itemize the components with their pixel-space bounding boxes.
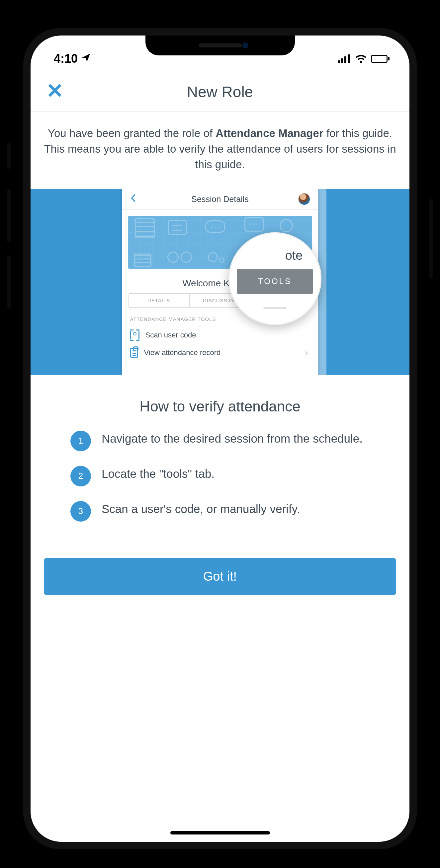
howto-section: How to verify attendance 1 Navigate to t… (31, 375, 409, 522)
magnified-tools-tab: TOOLS (237, 269, 313, 294)
step-text: Navigate to the desired session from the… (101, 431, 363, 446)
step-1: 1 Navigate to the desired session from t… (70, 431, 370, 451)
battery-icon (371, 55, 389, 63)
volume-up-button (7, 189, 11, 242)
howto-title: How to verify attendance (70, 398, 370, 415)
scan-user-code-label: Scan user code (145, 331, 196, 339)
back-chevron-icon (130, 194, 136, 205)
tab-details: DETAILS (128, 293, 189, 307)
role-name: Attendance Manager (215, 127, 323, 140)
drag-handle-icon (263, 307, 287, 309)
chevron-right-icon: › (305, 347, 308, 358)
avatar (298, 193, 310, 205)
magnified-title-fragment: ote (285, 249, 313, 263)
view-attendance-label: View attendance record (144, 348, 221, 357)
mini-phone-mock: Session Details Welcome Keynote DETAILS … (122, 189, 318, 375)
step-number-badge: 2 (70, 466, 91, 487)
volume-down-button (7, 255, 11, 309)
page-title: New Role (187, 83, 253, 101)
step-number-badge: 3 (70, 501, 91, 522)
step-text: Scan a user's code, or manually verify. (101, 501, 300, 517)
intro-prefix: You have been granted the role of (48, 127, 215, 140)
got-it-button[interactable]: Got it! (44, 558, 396, 595)
device-frame: 4:10 (10, 10, 430, 867)
svg-rect-2 (344, 56, 346, 63)
cellular-signal-icon (338, 54, 351, 63)
screen: 4:10 (31, 35, 409, 842)
svg-rect-1 (341, 58, 343, 63)
mute-switch (7, 143, 11, 169)
view-attendance-row: View attendance record › (122, 344, 318, 362)
mini-header-title: Session Details (191, 194, 248, 204)
step-2: 2 Locate the "tools" tab. (70, 466, 370, 487)
svg-rect-3 (348, 54, 350, 63)
intro-paragraph: You have been granted the role of Attend… (31, 112, 409, 189)
step-3: 3 Scan a user's code, or manually verify… (70, 501, 370, 522)
scan-icon (130, 331, 140, 340)
magnifier-callout: ote TOOLS (229, 232, 321, 325)
home-indicator[interactable] (170, 831, 270, 835)
clipboard-icon (130, 348, 138, 358)
location-icon (81, 52, 91, 66)
step-text: Locate the "tools" tab. (101, 466, 214, 482)
svg-rect-0 (338, 60, 340, 63)
step-number-badge: 1 (70, 431, 91, 451)
clock: 4:10 (54, 52, 78, 66)
device-notch (145, 35, 295, 55)
close-icon[interactable] (47, 82, 63, 101)
scan-user-code-row: Scan user code (122, 327, 318, 344)
power-button (429, 199, 433, 279)
modal-header: New Role (31, 72, 409, 112)
wifi-icon (355, 54, 367, 63)
illustration: Session Details Welcome Keynote DETAILS … (31, 189, 409, 375)
